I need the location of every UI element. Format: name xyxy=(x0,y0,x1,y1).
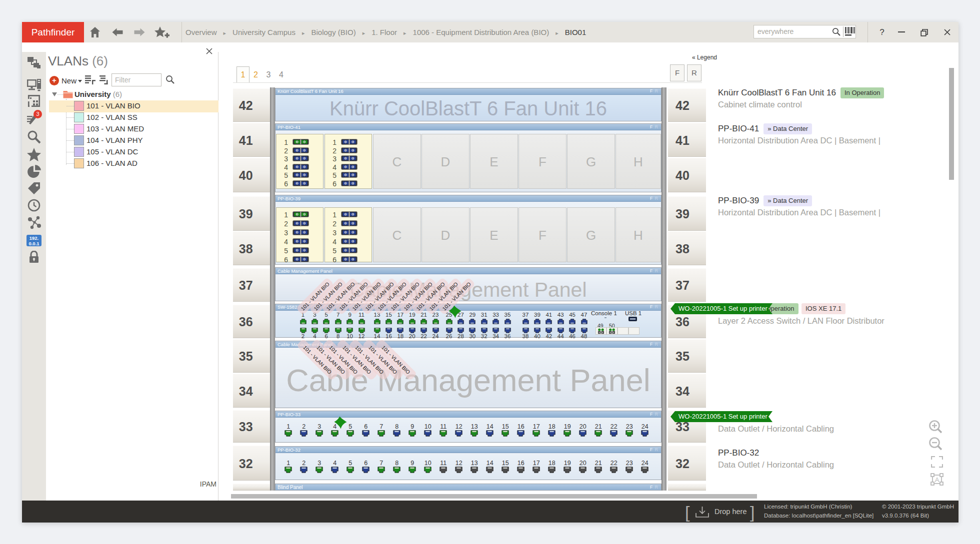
svg-text:A: A xyxy=(935,476,940,484)
